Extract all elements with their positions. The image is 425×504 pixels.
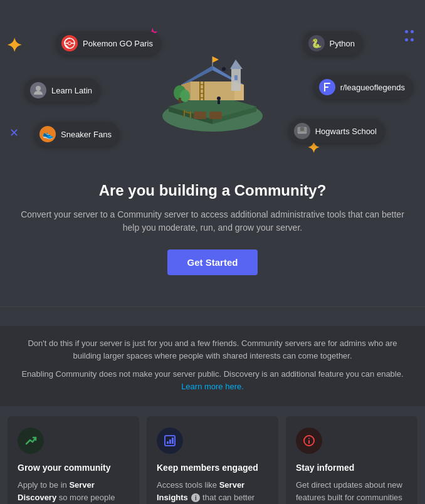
dots-icon bbox=[405, 30, 414, 41]
pill-latin-label: Learn Latin bbox=[51, 86, 92, 95]
pill-hogwarts-label: Hogwarts School bbox=[315, 127, 377, 136]
main-content: Are you building a Community? Convert yo… bbox=[0, 176, 425, 294]
svg-rect-20 bbox=[179, 98, 181, 103]
svg-point-2 bbox=[68, 42, 71, 45]
svg-point-24 bbox=[222, 67, 226, 71]
pill-league-label: r/leagueoflegends bbox=[340, 83, 405, 92]
svg-rect-33 bbox=[172, 438, 174, 444]
get-started-button[interactable]: Get Started bbox=[167, 249, 258, 275]
page-heading: Are you building a Community? bbox=[19, 182, 406, 199]
cross-icon: ✕ bbox=[9, 128, 19, 138]
informed-icon bbox=[296, 428, 322, 454]
feature-card-informed: Stay informed Get direct updates about n… bbox=[286, 416, 417, 504]
svg-rect-31 bbox=[167, 441, 169, 444]
pill-sneaker-label: Sneaker Fans bbox=[61, 130, 112, 139]
informed-title: Stay informed bbox=[296, 463, 407, 473]
svg-point-19 bbox=[180, 90, 190, 102]
svg-rect-6 bbox=[324, 87, 328, 88]
hero-section: ✦ ★ ✦ ✕ bbox=[0, 0, 425, 326]
svg-point-35 bbox=[308, 438, 310, 439]
engage-icon bbox=[157, 428, 183, 454]
svg-rect-28 bbox=[194, 112, 206, 119]
feature-cards-section: Grow your community Apply to be in Serve… bbox=[0, 406, 425, 504]
svg-rect-9 bbox=[298, 132, 307, 134]
pill-league: r/leagueoflegends bbox=[314, 75, 412, 99]
pill-python-label: Python bbox=[330, 39, 355, 48]
league-icon bbox=[319, 79, 335, 95]
iso-building bbox=[150, 19, 275, 144]
star-icon: ✦ bbox=[6, 34, 22, 56]
pill-hogwarts: Hogwarts School bbox=[289, 119, 384, 143]
warning-text-2-prefix: Enabling Community does not make your se… bbox=[21, 369, 403, 379]
latin-icon bbox=[30, 82, 46, 98]
python-icon: 🐍 bbox=[308, 35, 325, 51]
community-pills-area: ✦ ★ ✦ ✕ bbox=[0, 13, 425, 176]
page-description: Convert your server to a Community serve… bbox=[19, 208, 406, 234]
svg-rect-32 bbox=[169, 439, 171, 444]
grow-title: Grow your community bbox=[18, 463, 129, 473]
informed-body: Get direct updates about new features bu… bbox=[296, 479, 407, 504]
svg-point-3 bbox=[36, 86, 41, 91]
warning-section: Don't do this if your server is just for… bbox=[0, 326, 425, 406]
svg-rect-5 bbox=[324, 83, 330, 84]
svg-point-21 bbox=[217, 97, 221, 100]
svg-rect-36 bbox=[308, 440, 310, 444]
pill-pokemon-label: Pokemon GO Paris bbox=[83, 39, 153, 48]
engage-body: Access tools like Server Insights i that… bbox=[157, 479, 268, 504]
pill-python: 🐍 Python bbox=[303, 31, 362, 55]
pokemon-icon bbox=[61, 35, 78, 51]
sneaker-icon: 👟 bbox=[39, 126, 56, 142]
warning-text-1: Don't do this if your server is just for… bbox=[19, 337, 406, 362]
svg-rect-29 bbox=[209, 112, 222, 119]
warning-text-2: Enabling Community does not make your se… bbox=[19, 368, 406, 392]
feature-card-grow: Grow your community Apply to be in Serve… bbox=[8, 416, 139, 504]
pill-sneaker: 👟 Sneaker Fans bbox=[34, 122, 119, 146]
pill-pokemon: Pokemon GO Paris bbox=[56, 31, 160, 55]
section-divider bbox=[0, 307, 425, 307]
svg-rect-11 bbox=[234, 75, 238, 80]
svg-rect-8 bbox=[300, 127, 304, 131]
feature-card-engage: Keep members engaged Access tools like S… bbox=[147, 416, 278, 504]
pill-latin: Learn Latin bbox=[25, 78, 100, 102]
grow-icon bbox=[18, 428, 44, 454]
svg-rect-22 bbox=[218, 100, 220, 104]
grow-body: Apply to be in Server Discovery so more … bbox=[18, 479, 129, 504]
hogwarts-icon bbox=[294, 123, 310, 139]
learn-more-link[interactable]: Learn more here. bbox=[181, 382, 244, 391]
engage-title: Keep members engaged bbox=[157, 463, 268, 473]
info-icon: i bbox=[191, 493, 200, 502]
